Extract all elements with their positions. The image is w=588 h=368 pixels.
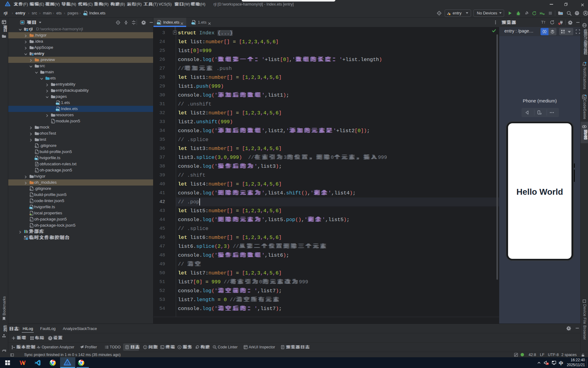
svg-text:ETS: ETS — [56, 103, 59, 105]
svg-text:ETS: ETS — [56, 109, 59, 111]
svg-text:ETS: ETS — [192, 22, 195, 24]
svg-text:T: T — [544, 21, 545, 24]
svg-text:TS: TS — [35, 158, 37, 160]
svg-text:TS: TS — [30, 207, 32, 209]
svg-text:T: T — [541, 20, 544, 25]
svg-text:ETS: ETS — [83, 13, 87, 15]
svg-text:ETS: ETS — [157, 22, 160, 24]
